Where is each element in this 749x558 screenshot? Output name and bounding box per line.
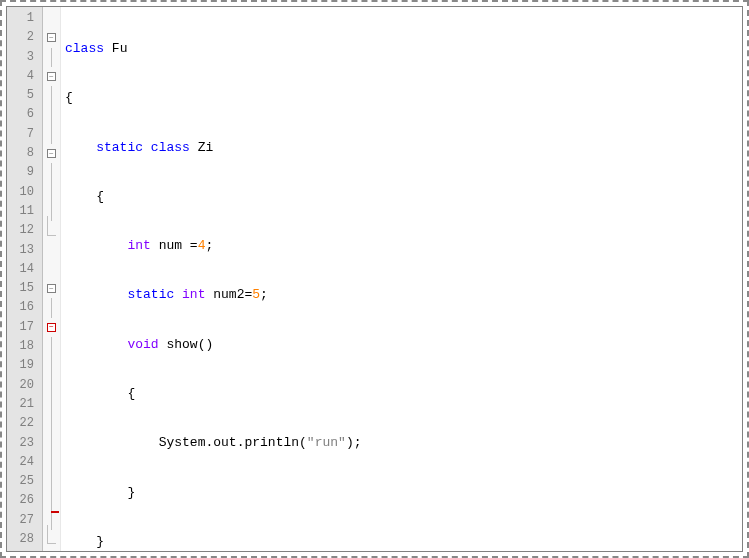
code-line[interactable]: }: [65, 483, 742, 502]
code-line[interactable]: void show(): [65, 335, 742, 354]
line-num: 6: [7, 105, 42, 124]
code-line[interactable]: {: [65, 384, 742, 403]
line-num: 10: [7, 183, 42, 202]
line-num: 18: [7, 337, 42, 356]
line-num: 17: [7, 318, 42, 337]
line-num: 12: [7, 221, 42, 240]
code-editor[interactable]: 1 2 3 4 5 6 7 8 9 10 11 12 13 14 15 16 1…: [6, 6, 743, 552]
code-content[interactable]: class Fu { static class Zi { int num =4;…: [61, 7, 742, 551]
line-num: 9: [7, 163, 42, 182]
line-num: 27: [7, 511, 42, 530]
code-line[interactable]: System.out.println("run");: [65, 433, 742, 452]
line-num: 21: [7, 395, 42, 414]
line-num: 11: [7, 202, 42, 221]
fold-toggle-icon[interactable]: −: [47, 72, 56, 81]
code-line[interactable]: {: [65, 187, 742, 206]
line-num: 15: [7, 279, 42, 298]
line-num: 1: [7, 9, 42, 28]
fold-toggle-icon[interactable]: −: [47, 33, 56, 42]
code-line[interactable]: int num =4;: [65, 236, 742, 255]
line-num: 26: [7, 491, 42, 510]
line-num: 22: [7, 414, 42, 433]
code-line[interactable]: }: [65, 532, 742, 551]
code-line[interactable]: {: [65, 88, 742, 107]
code-line[interactable]: static int num2=5;: [65, 285, 742, 304]
change-marker-icon: [51, 511, 59, 513]
line-num: 5: [7, 86, 42, 105]
line-num: 4: [7, 67, 42, 86]
line-number-gutter: 1 2 3 4 5 6 7 8 9 10 11 12 13 14 15 16 1…: [7, 7, 43, 551]
code-line[interactable]: static class Zi: [65, 138, 742, 157]
fold-toggle-icon[interactable]: −: [47, 149, 56, 158]
line-num: 20: [7, 376, 42, 395]
line-num: 19: [7, 356, 42, 375]
line-num: 25: [7, 472, 42, 491]
line-num: 24: [7, 453, 42, 472]
line-num: 28: [7, 530, 42, 549]
fold-toggle-icon[interactable]: −: [47, 284, 56, 293]
line-num: 8: [7, 144, 42, 163]
line-num: 13: [7, 241, 42, 260]
fold-column: − − − − −: [43, 7, 61, 551]
line-num: 16: [7, 298, 42, 317]
line-num: 2: [7, 28, 42, 47]
fold-toggle-icon[interactable]: −: [47, 323, 56, 332]
line-num: 14: [7, 260, 42, 279]
line-num: 7: [7, 125, 42, 144]
code-line[interactable]: class Fu: [65, 39, 742, 58]
line-num: 23: [7, 434, 42, 453]
line-num: 3: [7, 48, 42, 67]
